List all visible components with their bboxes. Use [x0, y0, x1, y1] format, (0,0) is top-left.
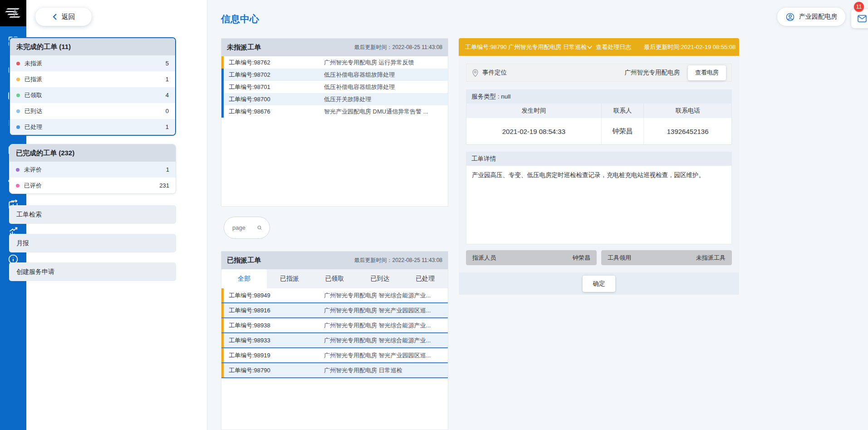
order-desc: 广州智光专用配电房 智光产业园园区巡... — [324, 306, 443, 315]
order-id: 工单编号:98700 — [229, 95, 324, 104]
detail-banner: 工单编号:98790 广州智光专用配电房 日常巡检 查看处理日志 最后更新时间:… — [459, 38, 739, 56]
priority-bar — [221, 56, 224, 69]
order-desc: 低压开关故障处理 — [324, 95, 443, 104]
status-row-arrived[interactable]: 已到达 0 — [10, 103, 175, 119]
order-id: 工单编号:98916 — [229, 306, 324, 315]
order-desc: 广州智光专用配电房 运行异常反馈 — [324, 59, 443, 67]
current-room-button[interactable]: 产业园配电房 — [777, 8, 845, 26]
order-row[interactable]: 工单编号:98676 智光产业园配电房 DMU通信异常告警 ... — [221, 105, 448, 118]
back-button-label: 返回 — [62, 13, 75, 21]
status-count: 1 — [166, 76, 169, 83]
order-row-selected[interactable]: 工单编号:98790 广州智光专用配电房 日常巡检 — [221, 363, 448, 378]
status-label: 已到达 — [25, 107, 42, 115]
order-row[interactable]: 工单编号:98938 广州智光专用配电房 智光综合能源产业... — [221, 318, 448, 333]
order-id: 工单编号:98933 — [229, 336, 324, 345]
status-label: 已评价 — [24, 182, 42, 190]
work-detail-content: 产业园高压、专变、低压电房定时巡检检查记录，充电桩充电站巡视检查，园区维护。 — [466, 166, 732, 244]
order-id: 工单编号:98919 — [229, 351, 324, 360]
chevron-down-icon — [587, 45, 593, 49]
order-row[interactable]: 工单编号:98701 低压补偿电容器组故障处理 — [221, 81, 448, 93]
order-desc: 广州智光专用配电房 智光产业园园区巡... — [324, 351, 443, 360]
status-label: 已处理 — [25, 123, 42, 131]
order-id: 工单编号:98701 — [229, 83, 324, 91]
status-dot — [16, 168, 20, 172]
status-count: 4 — [166, 92, 169, 99]
assigned-tabs: 全部 已指派 已领取 已到达 已处理 — [221, 269, 448, 288]
assigned-panel-title: 已指派工单 — [227, 256, 261, 265]
menu-item-label: 创建服务申请 — [16, 268, 54, 276]
confirm-button[interactable]: 确定 — [583, 276, 615, 292]
menu-item-create-service-request[interactable]: 创建服务申请 — [9, 262, 176, 281]
status-dot — [16, 78, 20, 81]
status-row-processed[interactable]: 已处理 1 — [10, 119, 175, 135]
priority-bar — [221, 363, 224, 377]
page-title: 信息中心 — [221, 13, 259, 25]
finished-orders-card: 已完成的工单 (232) 未评价 1 已评价 231 — [9, 144, 176, 194]
order-id: 工单编号:98938 — [229, 321, 324, 330]
order-row[interactable]: 工单编号:98933 广州智光专用配电房 智光综合能源产业... — [221, 333, 448, 348]
user-circle-icon — [785, 12, 795, 22]
order-detail-panel: 工单编号:98790 广州智光专用配电房 日常巡检 查看处理日志 最后更新时间:… — [459, 38, 739, 295]
status-dot — [16, 94, 20, 97]
messages-button[interactable] — [851, 9, 868, 28]
assigned-panel-updated: 最后更新时间：2022-08-25 11:43:08 — [354, 257, 442, 264]
priority-bar — [221, 93, 224, 105]
unassigned-panel-updated: 最后更新时间：2022-08-25 11:43:08 — [354, 44, 442, 51]
order-row[interactable]: 工单编号:98762 广州智光专用配电房 运行异常反馈 — [221, 56, 448, 69]
order-desc: 广州智光专用配电房 智光综合能源产业... — [324, 336, 443, 345]
assigned-panel-header: 已指派工单 最后更新时间：2022-08-25 11:43:08 — [221, 252, 448, 269]
order-desc: 低压补偿电容器组故障处理 — [324, 83, 443, 91]
order-row[interactable]: 工单编号:98919 广州智光专用配电房 智光产业园园区巡... — [221, 348, 448, 363]
status-row-unassigned[interactable]: 未指派 5 — [10, 55, 175, 71]
tab-arrived[interactable]: 已到达 — [357, 269, 402, 288]
status-row-assigned[interactable]: 已指派 1 — [10, 71, 175, 87]
priority-bar — [221, 69, 224, 81]
col-contact-phone: 联系电话 — [644, 104, 731, 118]
assignee-value: 钟荣昌 — [573, 254, 590, 262]
status-count: 5 — [166, 60, 169, 67]
view-log-link[interactable]: 查看处理日志 — [587, 43, 631, 51]
status-row-claimed[interactable]: 已领取 4 — [10, 87, 175, 103]
tools-value: 未指派工具 — [696, 254, 726, 262]
assigned-orders-panel: 已指派工单 最后更新时间：2022-08-25 11:43:08 全部 已指派 … — [221, 251, 448, 430]
current-room-label: 产业园配电房 — [799, 13, 837, 21]
menu-item-order-search[interactable]: 工单检索 — [9, 205, 176, 224]
unfinished-orders-card: 未完成的工单 (11) 未指派 5 已指派 1 已领取 4 已到达 0 已处理 … — [9, 37, 176, 136]
order-row[interactable]: 工单编号:98949 广州智光专用配电房 智光综合能源产业... — [221, 288, 448, 303]
tab-claimed[interactable]: 已领取 — [312, 269, 358, 288]
tools-bar[interactable]: 工具领用 未指派工具 — [601, 250, 732, 265]
assignee-bar[interactable]: 指派人员 钟荣昌 — [466, 250, 597, 265]
menu-item-label: 工单检索 — [16, 211, 42, 219]
app-logo — [0, 0, 26, 26]
view-log-label: 查看处理日志 — [596, 43, 631, 51]
tab-assigned[interactable]: 已指派 — [267, 269, 312, 288]
event-location-label: 事件定位 — [482, 69, 507, 77]
order-row[interactable]: 工单编号:98916 广州智光专用配电房 智光产业园园区巡... — [221, 303, 448, 318]
status-count: 1 — [166, 124, 169, 130]
status-dot — [16, 125, 20, 129]
tab-all[interactable]: 全部 — [221, 269, 267, 288]
assignment-bars: 指派人员 钟荣昌 工具领用 未指派工具 — [466, 250, 732, 265]
menu-item-monthly-report[interactable]: 月报 — [9, 234, 176, 252]
order-row[interactable]: 工单编号:98702 低压补偿电容器组故障处理 — [221, 69, 448, 81]
order-desc: 广州智光专用配电房 日常巡检 — [324, 366, 443, 375]
order-desc: 智光产业园配电房 DMU通信异常告警 ... — [324, 108, 443, 116]
status-row-rated[interactable]: 已评价 231 — [10, 178, 176, 193]
back-button[interactable]: 返回 — [35, 8, 92, 26]
tab-processed[interactable]: 已处理 — [402, 269, 448, 288]
page-search-input[interactable] — [231, 224, 253, 232]
detail-banner-title: 工单编号:98790 广州智光专用配电房 日常巡检 — [465, 43, 587, 51]
page-search[interactable] — [224, 217, 270, 239]
search-icon[interactable] — [257, 223, 262, 232]
unread-count-badge: 11 — [854, 2, 864, 12]
unassigned-order-list: 工单编号:98762 广州智光专用配电房 运行异常反馈 工单编号:98702 低… — [221, 56, 448, 118]
status-row-unrated[interactable]: 未评价 1 — [10, 162, 176, 178]
priority-bar — [221, 105, 224, 118]
unfinished-card-title: 未完成的工单 (11) — [10, 38, 175, 55]
order-row[interactable]: 工单编号:98700 低压开关故障处理 — [221, 93, 448, 105]
service-type-bar: 服务类型 : null — [466, 89, 732, 104]
view-power-room-button[interactable]: 查看电房 — [688, 65, 726, 80]
finished-card-title: 已完成的工单 (232) — [10, 144, 176, 162]
status-label: 未指派 — [25, 59, 42, 68]
priority-bar — [221, 333, 224, 347]
